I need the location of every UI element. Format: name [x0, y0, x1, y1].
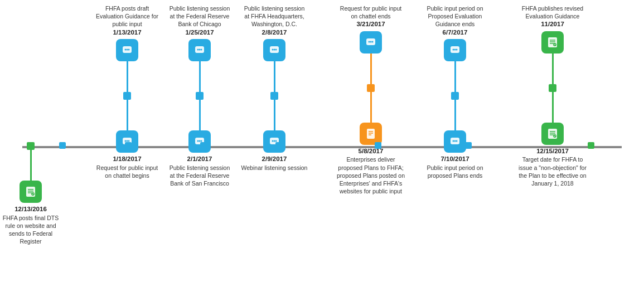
label-e5: 5/8/2017 Enterprises deliver proposed Pl…: [335, 147, 407, 195]
svg-point-18: [197, 140, 199, 142]
node-extra-4: [275, 142, 282, 149]
connector-top-e7: [552, 53, 554, 84]
top-label-e4: Public listening session at FHFA Headqua…: [243, 0, 307, 37]
connector-bot-e3: [199, 100, 201, 130]
timeline-node-e4: [270, 92, 278, 100]
connector-bot-e5: [370, 92, 372, 123]
label-e7: 12/15/2017 Target date for FHFA to issue…: [516, 147, 589, 187]
timeline-node-e7: [549, 84, 556, 92]
connector-top-e3: [199, 61, 201, 92]
connector-bot-e7: [552, 92, 554, 123]
node-extra-3: [200, 142, 207, 149]
label-e1: 12/13/2016 FHFA posts final DTS rule on …: [0, 205, 64, 245]
connector-e1: [30, 150, 32, 181]
node-extra-5: [375, 142, 381, 149]
svg-point-39: [454, 49, 456, 51]
connector-top-e5: [370, 53, 372, 84]
svg-point-38: [453, 49, 454, 51]
connector-bot-e2: [127, 100, 128, 130]
svg-point-14: [197, 49, 199, 51]
timeline-container: 12/13/2016 FHFA posts final DTS rule on …: [0, 0, 644, 292]
label-e2: 1/18/2017 Request for public input on ch…: [94, 155, 161, 179]
connector-top-e2: [127, 61, 128, 92]
connector-top-e4: [274, 61, 275, 92]
icon-box-top-e5: [360, 31, 382, 53]
icon-box-top-e2: [116, 39, 138, 61]
svg-point-23: [274, 49, 275, 51]
timeline-node-e6: [451, 92, 459, 100]
svg-point-6: [125, 49, 127, 51]
icon-box-top-e4: [263, 39, 285, 61]
label-e3: 2/1/2017 Public listening session at the…: [166, 155, 233, 187]
svg-point-8: [128, 49, 130, 51]
top-label-e2: FHFA posts draft Evaluation Guidance for…: [95, 0, 159, 37]
label-e6: 7/10/2017 Public input period on propose…: [422, 155, 488, 179]
svg-point-7: [127, 49, 128, 51]
icon-box-bot-e5: [360, 123, 382, 145]
connector-bot-e4: [274, 100, 275, 130]
svg-point-19: [199, 140, 201, 142]
node-extra-2: [125, 142, 132, 149]
icon-box-bot-e7: [541, 123, 564, 145]
label-e4: 2/9/2017 Webinar listening session: [241, 155, 308, 172]
icon-box-top-e7: [541, 31, 564, 53]
top-label-e5: Request for public input on chattel ends…: [339, 0, 403, 29]
connector-top-e6: [454, 61, 456, 92]
top-label-e3: Public listening session at the Federal …: [168, 0, 232, 37]
svg-point-40: [456, 49, 458, 51]
node-extra-7: [588, 142, 594, 149]
node-extra-6: [465, 142, 472, 149]
icon-box-top-e6: [444, 39, 466, 61]
icon-box-bot-e4: [263, 130, 285, 153]
icon-box-top-e3: [188, 39, 211, 61]
icon-box-bot-e3: [188, 130, 211, 153]
svg-point-32: [372, 41, 374, 42]
timeline-node-e5: [367, 84, 375, 92]
timeline-node-e2: [123, 92, 131, 100]
svg-point-44: [456, 140, 458, 142]
svg-point-30: [369, 41, 370, 42]
svg-point-31: [370, 41, 372, 42]
svg-point-43: [454, 140, 456, 142]
top-label-e6: Public input period on Proposed Evaluati…: [423, 0, 487, 37]
icon-box-e1: [20, 181, 42, 203]
svg-point-27: [274, 140, 275, 142]
svg-point-16: [201, 49, 202, 51]
timeline-node-e3: [196, 92, 204, 100]
node-extra-1: [59, 142, 66, 149]
connector-bot-e6: [454, 100, 456, 130]
timeline-node-e1: [27, 142, 35, 150]
svg-point-22: [272, 49, 274, 51]
svg-point-26: [272, 140, 274, 142]
svg-point-24: [275, 49, 277, 51]
svg-rect-33: [367, 129, 375, 139]
icon-box-bot-e6: [444, 130, 466, 153]
svg-point-15: [199, 49, 201, 51]
svg-point-42: [453, 140, 454, 142]
top-label-e7: FHFA publishes revised Evaluation Guidan…: [521, 0, 585, 29]
